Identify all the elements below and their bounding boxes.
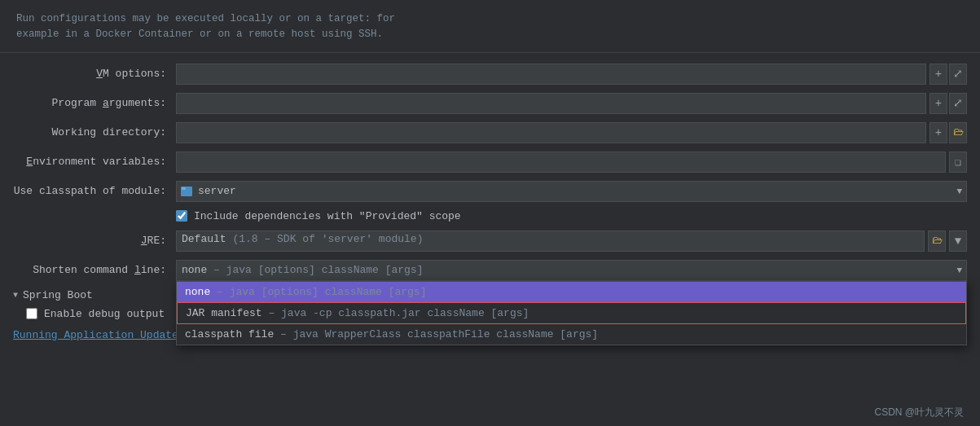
shorten-cmd-label: Shorten command line: (13, 264, 176, 276)
vm-options-input[interactable] (176, 64, 926, 85)
jre-row: JRE: Default (1.8 – SDK of 'server' modu… (0, 226, 980, 256)
vm-options-row: VM options: + ⤢ (0, 59, 980, 89)
info-text: Run configurations may be executed local… (0, 8, 980, 52)
dropdown-item-jar-hint: – java -cp classpath.jar className [args… (268, 307, 529, 319)
dropdown-item-classpath-keyword: classpath file (185, 328, 274, 340)
info-line1: Run configurations may be executed local… (16, 11, 964, 27)
jre-default-text: Default (182, 233, 226, 245)
env-vars-input-area: ❏ (176, 152, 967, 173)
divider (0, 52, 980, 53)
jre-chevron-btn[interactable]: ▼ (949, 231, 967, 252)
vm-options-label: VM options: (13, 68, 176, 80)
shorten-chevron-icon: ▼ (956, 266, 962, 275)
vm-options-input-group: + ⤢ (176, 64, 967, 85)
classpath-module-label: Use classpath of module: (13, 185, 176, 197)
dropdown-item-none[interactable]: none – java [options] className [args] (177, 282, 966, 302)
program-args-expand-btn[interactable]: ⤢ (949, 93, 967, 114)
program-args-input[interactable] (176, 93, 926, 114)
watermark: CSDN @叶九灵不灵 (874, 406, 964, 419)
jre-folder-btn[interactable]: 🗁 (928, 231, 946, 252)
dropdown-item-classpath[interactable]: classpath file – java WrapperClass class… (177, 324, 966, 345)
vm-options-expand-btn[interactable]: ⤢ (949, 64, 967, 85)
program-args-row: Program arguments: + ⤢ (0, 89, 980, 118)
spring-boot-triangle-icon: ▼ (13, 291, 18, 300)
dropdown-item-classpath-hint: – java WrapperClass classpathFile classN… (280, 328, 598, 340)
dropdown-item-none-keyword: none (185, 286, 210, 298)
info-line2: example in a Docker Container or on a re… (16, 27, 964, 42)
jre-input[interactable]: Default (1.8 – SDK of 'server' module) (176, 231, 925, 252)
include-deps-row: Include dependencies with "Provided" sco… (0, 206, 980, 226)
module-select-wrapper: server ▼ (176, 181, 967, 202)
classpath-module-row: Use classpath of module: server ▼ (0, 177, 980, 206)
env-vars-row: Environment variables: ❏ (0, 147, 980, 177)
include-deps-checkbox[interactable] (176, 210, 187, 222)
working-dir-label: Working directory: (13, 126, 176, 138)
dropdown-item-jar[interactable]: JAR manifest – java -cp classpath.jar cl… (177, 302, 966, 324)
working-dir-input[interactable] (176, 122, 926, 143)
working-dir-folder-btn[interactable]: 🗁 (949, 122, 967, 143)
main-container: Run configurations may be executed local… (0, 0, 980, 426)
shorten-hint: – java [options] className [args] (207, 264, 423, 276)
shorten-select-wrapper: none – java [options] className [args] ▼… (176, 260, 967, 281)
jre-select-wrapper: Default (1.8 – SDK of 'server' module) 🗁… (176, 231, 967, 252)
include-deps-label: Include dependencies with "Provided" sco… (194, 210, 461, 222)
program-args-label: Program arguments: (13, 97, 176, 109)
enable-debug-checkbox[interactable] (26, 308, 37, 319)
vm-options-plus-btn[interactable]: + (929, 64, 947, 85)
env-vars-input[interactable] (176, 152, 946, 173)
program-args-plus-btn[interactable]: + (929, 93, 947, 114)
shorten-value: none (182, 264, 207, 276)
dropdown-item-none-hint: – java [options] className [args] (217, 286, 426, 298)
shorten-select-display[interactable]: none – java [options] className [args] ▼ (176, 260, 967, 281)
jre-hint-text: (1.8 – SDK of 'server' module) (232, 233, 423, 245)
shorten-cmd-row: Shorten command line: none – java [optio… (0, 256, 980, 285)
dropdown-item-jar-keyword: JAR manifest (186, 307, 262, 319)
env-vars-label: Environment variables: (13, 156, 176, 168)
spring-boot-title: Spring Boot (23, 289, 93, 301)
working-dir-row: Working directory: + 🗁 (0, 118, 980, 147)
working-dir-input-group: + 🗁 (176, 122, 967, 143)
program-args-input-group: + ⤢ (176, 93, 967, 114)
enable-debug-label: Enable debug output (44, 308, 165, 320)
env-vars-copy-btn[interactable]: ❏ (949, 152, 967, 173)
module-select[interactable]: server (176, 181, 967, 202)
jre-label: JRE: (13, 235, 176, 247)
working-dir-plus-btn[interactable]: + (929, 122, 947, 143)
shorten-dropdown-popup: none – java [options] className [args] J… (176, 281, 967, 345)
